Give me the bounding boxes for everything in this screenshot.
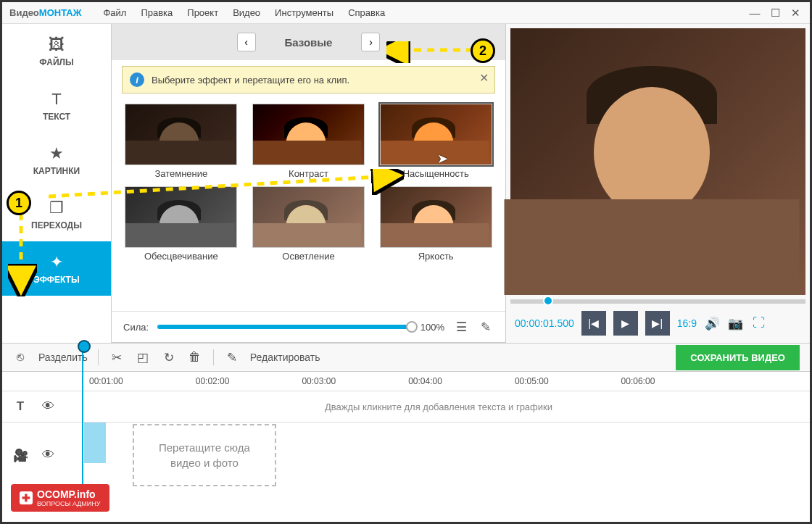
strength-slider[interactable]: [157, 325, 412, 329]
split-button[interactable]: Разделить: [38, 352, 88, 363]
effect-darken[interactable]: Затемнение: [122, 104, 241, 179]
video-track[interactable]: 🎥 👁 Перетащите сюда видео и фото: [2, 423, 810, 488]
category-label: Базовые: [285, 36, 333, 49]
effect-contrast[interactable]: Контраст: [249, 104, 368, 179]
hint-bar: i Выберите эффект и перетащите его на кл…: [122, 66, 495, 93]
minimize-icon[interactable]: —: [747, 7, 762, 20]
video-preview: [510, 28, 805, 295]
plus-icon: ✚: [20, 491, 33, 504]
menu-edit[interactable]: Правка: [141, 7, 173, 18]
eye-icon[interactable]: 👁: [40, 447, 56, 463]
strength-value: 100%: [420, 322, 444, 333]
info-icon: i: [130, 72, 144, 87]
menu-project[interactable]: Проект: [187, 7, 218, 18]
sidebar-item-text[interactable]: TТЕКСТ: [2, 78, 111, 133]
time-display: 00:00:01.500: [515, 317, 574, 329]
hint-text: Выберите эффект и перетащите его на клип…: [152, 75, 349, 86]
effect-lighten[interactable]: Осветление: [249, 186, 368, 262]
annotation-2: 2: [471, 38, 495, 63]
effect-saturation[interactable]: Насыщенность: [376, 104, 495, 179]
menu-tools[interactable]: Инструменты: [275, 7, 334, 18]
seek-bar[interactable]: [510, 299, 805, 304]
menu-help[interactable]: Справка: [348, 7, 385, 18]
text-icon: T: [51, 90, 61, 109]
strength-label: Сила:: [123, 322, 149, 333]
next-button[interactable]: ▶|: [645, 311, 670, 336]
snapshot-icon[interactable]: 📷: [727, 315, 743, 331]
annotation-1: 1: [7, 191, 31, 215]
category-tabs: ‹ Базовые ›: [112, 24, 505, 60]
sidebar: 🖼ФАЙЛЫ TТЕКСТ ★КАРТИНКИ ❐ПЕРЕХОДЫ ✦ЭФФЕК…: [2, 24, 111, 343]
strength-row: Сила: 100% ☰ ✎: [112, 311, 505, 342]
app-brand: ВидеоМОНТАЖ: [9, 7, 81, 18]
video-track-icon: 🎥: [12, 447, 28, 463]
text-track-hint: Дважды кликните для добавления текста и …: [325, 402, 552, 412]
fullscreen-icon[interactable]: ⛶: [750, 315, 766, 331]
effects-panel: ‹ Базовые › i Выберите эффект и перетащи…: [111, 24, 506, 343]
copy-icon: ❐: [49, 199, 64, 217]
watermark: ✚ OCOMP.infoВОПРОСЫ АДМИНУ: [11, 484, 109, 512]
sidebar-item-effects[interactable]: ✦ЭФФЕКТЫ: [2, 241, 111, 296]
play-button[interactable]: ▶: [613, 311, 638, 336]
menu-file[interactable]: Файл: [103, 7, 126, 18]
split-icon[interactable]: ⎋: [12, 349, 28, 365]
star-icon: ★: [49, 144, 64, 163]
image-icon: 🖼: [49, 36, 65, 54]
edit-button[interactable]: Редактировать: [250, 352, 320, 363]
aspect-ratio-label[interactable]: 16:9: [677, 317, 697, 329]
sidebar-item-images[interactable]: ★КАРТИНКИ: [2, 133, 111, 187]
cursor-icon: ➤: [437, 151, 448, 167]
rotate-icon[interactable]: ↻: [161, 349, 177, 365]
save-video-button[interactable]: СОХРАНИТЬ ВИДЕО: [676, 345, 800, 370]
close-icon[interactable]: ✕: [788, 7, 803, 20]
text-track[interactable]: T 👁 Дважды кликните для добавления текст…: [2, 391, 810, 423]
effect-desaturate[interactable]: Обесцвечивание: [122, 186, 241, 262]
playhead[interactable]: [82, 346, 83, 498]
clip-thumbnail[interactable]: [84, 423, 106, 463]
eye-icon[interactable]: 👁: [40, 399, 56, 415]
hint-close-button[interactable]: ✕: [479, 71, 489, 85]
volume-icon[interactable]: 🔊: [704, 315, 720, 331]
drop-zone[interactable]: Перетащите сюда видео и фото: [133, 424, 276, 486]
crop-icon[interactable]: ◰: [135, 349, 151, 365]
brush-icon[interactable]: ✎: [478, 319, 494, 335]
next-category-button[interactable]: ›: [361, 33, 380, 51]
sliders-icon[interactable]: ☰: [453, 319, 469, 335]
edit-toolbar: ⎋ Разделить ✂ ◰ ↻ 🗑 ✎ Редактировать СОХР…: [2, 343, 810, 372]
prev-button[interactable]: |◀: [581, 311, 606, 336]
prev-category-button[interactable]: ‹: [237, 33, 256, 51]
menubar: ВидеоМОНТАЖ Файл Правка Проект Видео Инс…: [2, 2, 810, 24]
wand-icon: ✦: [50, 253, 63, 272]
text-track-icon: T: [12, 399, 28, 415]
maximize-icon[interactable]: ☐: [768, 7, 782, 20]
delete-icon[interactable]: 🗑: [187, 349, 203, 365]
sidebar-item-files[interactable]: 🖼ФАЙЛЫ: [2, 24, 111, 78]
cut-icon[interactable]: ✂: [109, 349, 125, 365]
timeline-ruler: 00:01:00 00:02:00 00:03:00 00:04:00 00:0…: [2, 372, 810, 391]
effect-brightness[interactable]: Яркость: [376, 186, 495, 262]
preview-pane: 00:00:01.500 |◀ ▶ ▶| 16:9 🔊 📷 ⛶: [506, 24, 810, 343]
menu-video[interactable]: Видео: [233, 7, 260, 18]
edit-icon[interactable]: ✎: [224, 349, 240, 365]
